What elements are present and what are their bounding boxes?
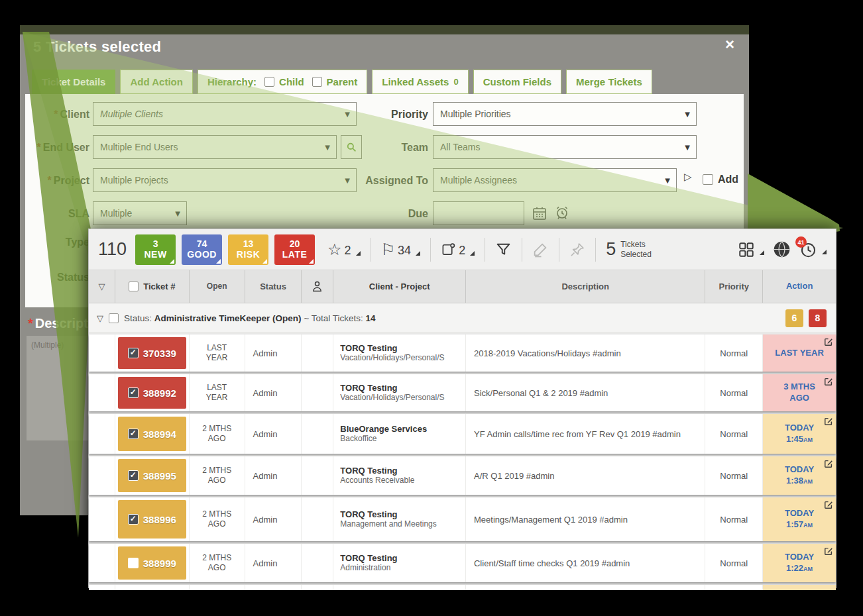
edit-icon[interactable] (824, 337, 833, 346)
action-cell[interactable]: LAST YEAR (763, 334, 836, 372)
priority-select[interactable]: Multiple Priorities ▼ (433, 102, 697, 126)
note-icon (441, 242, 456, 257)
description-cell: Meetings/Management Q1 2019 #admin (466, 497, 705, 541)
row-checkbox[interactable] (128, 387, 139, 398)
project-select[interactable]: Multiple Projects ▼ (93, 168, 357, 192)
tab-linked-assets[interactable]: Linked Assets 0 (372, 70, 468, 94)
status-cell: Admin (245, 374, 302, 411)
action-cell[interactable]: TODAY 1:57AM (763, 497, 836, 541)
bulk-edit-button[interactable] (532, 241, 549, 258)
row-checkbox[interactable] (128, 514, 139, 525)
header-ticket[interactable]: Ticket # (115, 270, 190, 303)
tab-custom-fields[interactable]: Custom Fields (473, 70, 561, 94)
flagged-filter[interactable]: ⚐ 34 (381, 242, 421, 258)
edit-icon[interactable] (824, 417, 833, 426)
ticket-number: 388994 (143, 429, 176, 440)
tab-merge-tickets[interactable]: Merge Tickets (566, 70, 652, 94)
sla-select[interactable]: Multiple ▼ (93, 201, 187, 225)
open-cell: LAST YEAR (190, 334, 245, 372)
ticket-badge[interactable]: 370339 (118, 337, 186, 369)
header-status[interactable]: Status (245, 270, 302, 303)
expand-assignees-icon[interactable]: ▷ (684, 171, 692, 183)
header-open[interactable]: Open (190, 270, 245, 303)
header-assignee[interactable] (302, 270, 333, 303)
filter-button[interactable] (495, 241, 512, 258)
action-cell[interactable]: 3 MTHS AGO (763, 374, 836, 411)
good-tickets-badge[interactable]: 74 GOOD (182, 234, 222, 265)
row-checkbox[interactable] (128, 470, 139, 481)
status-label: Status (17, 272, 89, 283)
parent-checkbox[interactable] (312, 77, 322, 87)
tab-ticket-details[interactable]: Ticket Details (32, 70, 115, 94)
risk-tickets-badge[interactable]: 13 RISK (228, 234, 268, 265)
late-tickets-badge[interactable]: 20 LATE (274, 234, 315, 265)
alarm-clock-icon[interactable] (554, 205, 570, 221)
edit-icon[interactable] (824, 377, 833, 386)
tab-add-action[interactable]: Add Action (120, 70, 192, 94)
tab-hierarchy[interactable]: Hierarchy: Child Parent (198, 70, 367, 94)
close-icon[interactable]: × (725, 36, 734, 52)
collapse-group-icon[interactable]: ▽ (97, 313, 103, 323)
header-expander[interactable]: ▽ (89, 270, 115, 303)
description-textarea[interactable]: (Multiple) (27, 336, 94, 440)
ticket-badge[interactable]: 388996 (118, 500, 186, 539)
row-checkbox[interactable] (128, 348, 139, 358)
new-tickets-badge[interactable]: 3 NEW (135, 234, 176, 265)
row-checkbox[interactable] (128, 558, 139, 568)
ticket-list-window: 110 3 NEW 74 GOOD 13 RISK 20 LATE (88, 229, 836, 588)
edit-icon[interactable] (824, 546, 833, 556)
edit-icon[interactable] (824, 500, 833, 509)
calendar-icon[interactable] (532, 205, 547, 221)
ticket-badge[interactable]: 388995 (118, 459, 186, 492)
globe-icon (773, 240, 791, 258)
total-ticket-count[interactable]: 110 (98, 239, 127, 260)
selected-tickets-indicator[interactable]: 5 Tickets Selected (606, 239, 652, 260)
add-checkbox[interactable] (703, 174, 713, 185)
group-select-checkbox[interactable] (109, 313, 119, 323)
ticket-badge[interactable]: 388999 (118, 546, 186, 580)
header-description[interactable]: Description (466, 270, 705, 303)
views-button[interactable] (738, 241, 764, 258)
status-group-row[interactable]: ▽ Status: Administrative TimeKeeper (Ope… (89, 303, 836, 333)
child-checkbox[interactable] (264, 77, 274, 87)
table-row[interactable]: 388999 2 MTHS AGO Admin TORQ Testing Adm… (89, 544, 836, 582)
dialog-title: 5 Tickets selected (33, 38, 161, 56)
due-date-input[interactable] (433, 201, 524, 225)
timers-button[interactable]: 41 (799, 240, 827, 258)
pin-button[interactable] (569, 242, 585, 258)
table-row[interactable]: 388994 2 MTHS AGO Admin BlueOrange Servi… (89, 414, 836, 454)
assignee-cell (302, 374, 333, 411)
client-project-cell: TORQ Testing Administration (333, 544, 466, 582)
header-action[interactable]: Action (763, 270, 836, 303)
ticket-badge[interactable]: 388992 (118, 377, 186, 409)
starred-filter[interactable]: ☆ 2 (327, 242, 361, 258)
group-late-badge[interactable]: 8 (809, 309, 827, 327)
table-row[interactable]: 370339 LAST YEAR Admin TORQ Testing Vaca… (89, 334, 836, 372)
table-row[interactable]: 388996 2 MTHS AGO Admin TORQ Testing Man… (89, 497, 836, 541)
client-project-cell: TORQ Testing Vacation/Holidays/Personal/… (333, 334, 466, 372)
group-risk-badge[interactable]: 6 (785, 309, 803, 327)
notes-filter[interactable]: 2 (441, 242, 475, 258)
globe-button[interactable] (773, 240, 791, 258)
ticket-cell: 370339 (115, 334, 190, 372)
end-user-select[interactable]: Multiple End Users ▼ (93, 135, 337, 159)
team-select[interactable]: All Teams ▼ (433, 135, 697, 159)
assigned-to-select[interactable]: Multiple Assignees ▼ (433, 168, 677, 192)
row-checkbox[interactable] (128, 429, 139, 439)
action-cell[interactable]: TODAY 1:22AM (763, 544, 836, 582)
ticket-badge[interactable]: 388994 (118, 417, 186, 451)
edit-icon[interactable] (824, 459, 833, 468)
status-cell: Admin (245, 544, 302, 582)
header-priority[interactable]: Priority (705, 270, 763, 303)
select-all-checkbox[interactable] (129, 282, 139, 291)
add-assignee-option[interactable]: Add (703, 174, 738, 185)
open-cell: 2 MTHS AGO (190, 456, 245, 495)
group-total: 14 (366, 313, 376, 323)
table-row[interactable]: 388995 2 MTHS AGO Admin TORQ Testing Acc… (89, 456, 836, 495)
action-cell[interactable]: TODAY 1:38AM (763, 456, 836, 495)
corner-fold-icon (262, 259, 267, 264)
header-client-project[interactable]: Client - Project (333, 270, 466, 303)
table-row[interactable]: 388992 LAST YEAR Admin TORQ Testing Vaca… (89, 374, 836, 411)
action-cell[interactable]: TODAY 1:45AM (763, 414, 836, 454)
client-select[interactable]: Multiple Clients ▼ (93, 102, 357, 126)
